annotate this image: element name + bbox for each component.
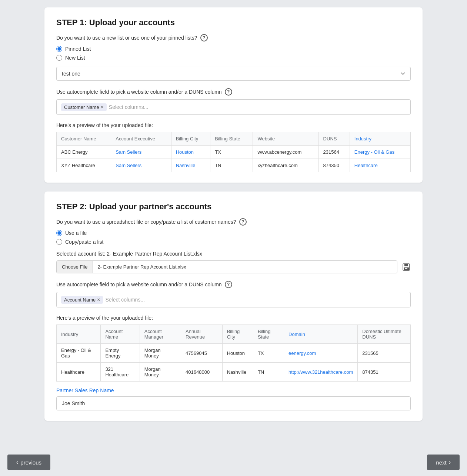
step2-cell-manager-1: Morgan Money [140, 344, 181, 363]
step2-cell-account-name-1: Empty Energy [101, 344, 140, 363]
step1-cell-state-2: TN [210, 159, 253, 172]
previous-arrow-icon: ‹ [16, 459, 18, 466]
step1-preview-table: Customer Name Account Executive Billing … [56, 132, 411, 172]
step1-cell-exec-1[interactable]: Sam Sellers [111, 146, 171, 159]
step2-cell-duns-2: 874351 [358, 363, 411, 382]
partner-rep-section: Partner Sales Rep Name [56, 387, 411, 410]
step2-radio-paste[interactable]: Copy/paste a list [56, 239, 411, 245]
step2-file-name: 2- Example Partner Rep Account List.xlsx [93, 261, 397, 273]
step1-th-website: Website [253, 132, 318, 146]
step1-cell-website-2: xyzhealthcare.com [253, 159, 318, 172]
step1-radio-pinned[interactable]: Pinned List [56, 46, 411, 52]
step2-tag-placeholder: Select columns... [105, 297, 145, 303]
step1-question-text: Do you want to use a new list or use one… [56, 35, 197, 41]
step2-card: STEP 2: Upload your partner's accounts D… [44, 192, 423, 421]
step2-th-duns: Domestic Ultimate DUNS [358, 325, 411, 344]
step2-preview-label: Here's a preview of the your uploaded fi… [56, 315, 411, 321]
table-row: ABC Energy Sam Sellers Houston TX www.ab… [57, 146, 411, 159]
step1-title: STEP 1: Upload your accounts [56, 18, 411, 27]
step2-th-industry: Industry [57, 325, 101, 344]
step2-tag-remove[interactable]: × [97, 297, 100, 302]
step1-question-row: Do you want to use a new list or use one… [56, 34, 411, 41]
svg-rect-1 [404, 264, 408, 266]
partner-rep-input[interactable] [56, 396, 411, 410]
step2-cell-revenue-2: 401648000 [181, 363, 223, 382]
step1-th-customer-name: Customer Name [57, 132, 111, 146]
step2-autocomplete-label-row: Use autocomplete field to pick a website… [56, 281, 411, 288]
step2-table-header-row: Industry Account Name Account Manager An… [57, 325, 411, 344]
step1-cell-duns-1: 231564 [318, 146, 350, 159]
step2-question-row: Do you want to use a spreadsheet file or… [56, 218, 411, 226]
step2-radio-group: Use a file Copy/paste a list [56, 230, 411, 245]
next-label: next [436, 459, 446, 466]
step1-tag-label: Customer Name [64, 104, 99, 110]
step1-radio-pinned-label: Pinned List [65, 46, 91, 52]
step1-list-dropdown[interactable]: test one [56, 67, 411, 81]
step1-th-account-exec: Account Executive [111, 132, 171, 146]
step2-cell-domain-1[interactable]: eenergy.com [284, 344, 358, 363]
previous-label: previous [20, 459, 41, 466]
step2-cell-revenue-1: 47569045 [181, 344, 223, 363]
step2-th-annual-revenue: Annual Revenue [181, 325, 223, 344]
step2-cell-city-1: Houston [222, 344, 253, 363]
step1-th-billing-state: Billing State [210, 132, 253, 146]
step2-help-icon[interactable]: ? [239, 218, 247, 226]
step1-cell-name-1: ABC Energy [57, 146, 111, 159]
next-button[interactable]: next › [427, 455, 460, 470]
step2-account-name-tag: Account Name × [61, 296, 103, 304]
step1-tag-remove[interactable]: × [101, 104, 104, 110]
step2-tag-input[interactable]: Account Name × Select columns... [56, 292, 411, 307]
step1-preview-label: Here's a preview of the your uploaded fi… [56, 122, 411, 128]
step1-autocomplete-help-icon[interactable]: ? [225, 88, 232, 96]
step2-save-icon[interactable] [402, 263, 411, 272]
step2-cell-state-2: TN [253, 363, 284, 382]
step2-cell-state-1: TX [253, 344, 284, 363]
step2-th-account-name: Account Name [101, 325, 140, 344]
step1-tag-input[interactable]: Customer Name × Select columns... [56, 99, 411, 115]
previous-button[interactable]: ‹ previous [7, 455, 50, 470]
step1-cell-industry-1[interactable]: Energy - Oil & Gas [350, 146, 410, 159]
table-row: Energy - Oil & Gas Empty Energy Morgan M… [57, 344, 411, 363]
step1-autocomplete-label-row: Use autocomplete field to pick a website… [56, 88, 411, 96]
table-row: Healthcare 321 Healthcare Morgan Money 4… [57, 363, 411, 382]
step2-file-input-row: Choose File 2- Example Partner Rep Accou… [56, 260, 411, 273]
step2-cell-city-2: Nashville [222, 363, 253, 382]
step2-th-domain: Domain [284, 325, 358, 344]
step2-th-billing-state: Billing State [253, 325, 284, 344]
step1-tag-placeholder: Select columns... [109, 104, 149, 110]
step1-card: STEP 1: Upload your accounts Do you want… [44, 7, 423, 183]
step2-cell-domain-2[interactable]: http://www.321healthcare.com [284, 363, 358, 382]
step2-title: STEP 2: Upload your partner's accounts [56, 202, 411, 212]
step2-radio-paste-label: Copy/paste a list [65, 239, 104, 245]
step2-file-input-box[interactable]: Choose File 2- Example Partner Rep Accou… [56, 260, 397, 273]
step2-autocomplete-help-icon[interactable]: ? [225, 281, 232, 288]
step1-cell-city-2[interactable]: Nashville [171, 159, 210, 172]
table-row: XYZ Healthcare Sam Sellers Nashville TN … [57, 159, 411, 172]
step1-th-industry: Industry [350, 132, 410, 146]
step2-cell-account-name-2: 321 Healthcare [101, 363, 140, 382]
step2-choose-file-btn[interactable]: Choose File [57, 261, 93, 273]
partner-rep-label: Partner Sales Rep Name [56, 387, 411, 393]
step1-radio-new[interactable]: New List [56, 55, 411, 61]
step2-cell-manager-2: Morgan Money [140, 363, 181, 382]
step1-th-duns: DUNS [318, 132, 350, 146]
step1-help-icon[interactable]: ? [200, 34, 208, 41]
step1-cell-state-1: TX [210, 146, 253, 159]
step2-th-billing-city: Billing City [222, 325, 253, 344]
bottom-nav: ‹ previous next › [0, 449, 467, 476]
step1-radio-group: Pinned List New List [56, 46, 411, 61]
step2-th-account-manager: Account Manager [140, 325, 181, 344]
step1-customer-name-tag: Customer Name × [61, 103, 107, 111]
step2-radio-file-label: Use a file [65, 230, 87, 236]
step2-cell-duns-1: 231565 [358, 344, 411, 363]
step2-preview-table: Industry Account Name Account Manager An… [56, 324, 411, 382]
step2-radio-file[interactable]: Use a file [56, 230, 411, 236]
step1-cell-city-1[interactable]: Houston [171, 146, 210, 159]
step2-cell-industry-2: Healthcare [57, 363, 101, 382]
step1-cell-duns-2: 874350 [318, 159, 350, 172]
step1-table-header-row: Customer Name Account Executive Billing … [57, 132, 411, 146]
step1-th-billing-city: Billing City [171, 132, 210, 146]
step1-cell-industry-2[interactable]: Healthcare [350, 159, 410, 172]
step1-cell-exec-2[interactable]: Sam Sellers [111, 159, 171, 172]
step2-tag-label: Account Name [64, 297, 96, 303]
